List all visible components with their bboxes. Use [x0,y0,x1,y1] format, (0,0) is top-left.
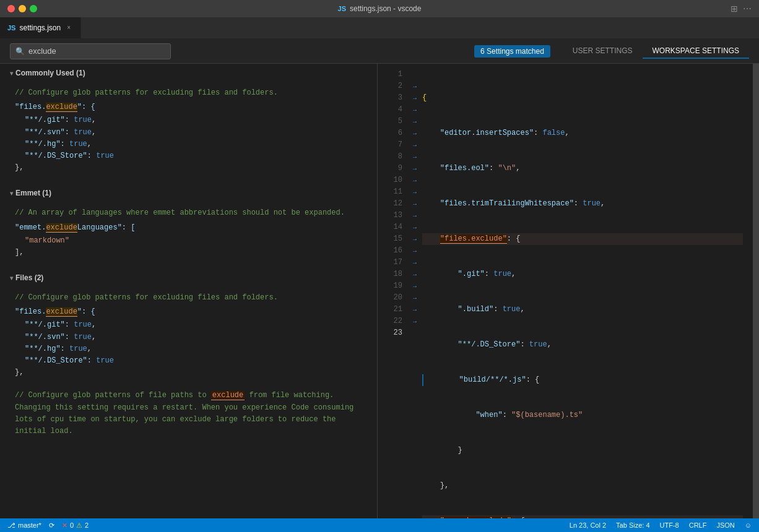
window-title: JS settings.json - vscode [338,4,422,13]
val-git: "**/.git": true, [15,114,367,126]
emmet-bracket-close: ], [15,247,367,259]
user-settings-tab[interactable]: USER SETTINGS [563,44,643,59]
eline-1: { [422,92,743,104]
encoding-label: UTF-8 [660,521,679,529]
arrow-22: → [407,315,422,327]
settings-searchbar: 🔍 6 Settings matched USER SETTINGS WORKS… [0,39,759,64]
section-files-arrow: ▾ [10,275,13,281]
eline-6: ".git": true, [422,268,743,280]
val-dsstore: "**/.DS_Store": true [15,150,367,162]
section-emmet[interactable]: ▾ Emmet (1) [0,184,377,202]
section-emmet-label: Emmet (1) [15,189,51,197]
tab-settings-json[interactable]: JS settings.json × [0,17,81,38]
git-branch[interactable]: ⎇ master* [7,521,41,530]
arrow-19: → [407,280,422,292]
split-editor-icon[interactable]: ⊞ [731,4,738,14]
val-hg: "**/.hg": true, [15,139,367,150]
files-exclude-key-2: "files.exclude": { [15,306,367,318]
arrow-gutter: → → → → → → → → → → → → → → → → → → → → [407,64,422,518]
git-branch-icon: ⎇ [7,521,15,530]
eline-10: "when": "$(basename).ts" [422,410,743,421]
emmet-markdown-val: "markdown" [15,235,367,247]
arrow-2: → [407,80,422,92]
search-box[interactable]: 🔍 [10,43,171,59]
editor-code[interactable]: { "editor.insertSpaces": false, "files.e… [422,64,753,518]
workspace-settings-tab[interactable]: WORKSPACE SETTINGS [643,44,749,59]
section-commonly-used-body: // Configure glob patterns for excluding… [0,82,377,184]
line-num-2: 2 [378,80,402,92]
status-right: Ln 23, Col 2 Tab Size: 4 UTF-8 CRLF JSON… [570,521,752,529]
warning-count: 2 [85,521,89,529]
code-block-emmet: // An array of languages where emmet abb… [15,207,367,259]
eline-9: "build/**/*.js": { [422,374,743,386]
language-indicator[interactable]: JSON [716,521,734,529]
arrow-10: → [407,174,422,186]
arrow-20: → [407,292,422,304]
arrow-23 [407,327,422,339]
more-actions-icon[interactable]: ⋯ [743,4,752,14]
line-num-17: 17 [378,257,402,268]
position-indicator[interactable]: Ln 23, Col 2 [570,521,606,529]
arrow-7: → [407,139,422,151]
files-comment-1: // Configure glob patterns for excluding… [15,292,367,304]
scrollbar-thumb [753,64,759,518]
arrow-4: → [407,104,422,116]
tab-size-indicator[interactable]: Tab Size: 4 [616,521,649,529]
arrow-21: → [407,304,422,315]
titlebar: JS settings.json - vscode ⊞ ⋯ [0,0,759,17]
line-num-15: 15 [378,233,402,245]
tab-size-label: Tab Size: 4 [616,521,649,529]
line-num-1: 1 [378,69,402,80]
line-num-13: 13 [378,210,402,221]
code-block-commonly-used: // Configure glob patterns for excluding… [15,87,367,174]
sync-button[interactable]: ⟳ [49,521,54,530]
section-files-label: Files (2) [15,273,43,282]
eline-12: }, [422,480,743,492]
comment-line: // Configure glob patterns for excluding… [15,87,367,99]
section-arrow: ▾ [10,70,13,77]
arrow-1 [407,69,422,80]
section-files[interactable]: ▾ Files (2) [0,268,377,287]
eline-3: "files.eol": "\n", [422,163,743,174]
eline-4: "files.trimTrailingWhitespace": true, [422,198,743,210]
errors-button[interactable]: ✕ 0 ⚠ 2 [62,521,89,530]
eol-indicator[interactable]: CRLF [689,521,707,529]
section-commonly-used[interactable]: ▾ Commonly Used (1) [0,64,377,82]
eline-8: "**/.DS_Store": true, [422,339,743,351]
code-block-files-2: // Configure glob patterns of file paths… [15,390,367,437]
eline-7: ".build": true, [422,304,743,315]
arrow-15: → [407,233,422,245]
line-num-18: 18 [378,268,402,280]
emmet-comment-line: // An array of languages where emmet abb… [15,207,367,219]
line-num-4: 4 [378,104,402,116]
eline-5: "files.exclude": { [422,233,743,245]
minimize-button[interactable] [19,5,26,12]
line-num-11: 11 [378,186,402,198]
line-num-16: 16 [378,245,402,257]
close-button[interactable] [7,5,15,12]
warning-icon: ⚠ [76,521,82,530]
arrow-8: → [407,151,422,163]
main-content: ▾ Commonly Used (1) // Configure glob pa… [0,64,759,518]
section-emmet-arrow: ▾ [10,190,13,197]
files-exclude-key-1: "files.exclude": { [15,101,367,113]
arrow-5: → [407,116,422,127]
section-files-body: // Configure glob patterns for excluding… [0,287,377,450]
line-num-22: 22 [378,315,402,327]
line-num-20: 20 [378,292,402,304]
sync-icon: ⟳ [49,521,54,530]
error-icon: ✕ [62,521,67,530]
arrow-9: → [407,163,422,174]
line-num-12: 12 [378,198,402,210]
line-num-10: 10 [378,174,402,186]
tab-close-button[interactable]: × [64,24,73,32]
search-input[interactable] [28,46,165,56]
feedback-button[interactable]: ☺ [745,521,752,529]
minimap-scrollbar[interactable] [753,64,759,518]
maximize-button[interactable] [30,5,37,12]
position-label: Ln 23, Col 2 [570,521,606,529]
encoding-indicator[interactable]: UTF-8 [660,521,679,529]
tab-bar: JS settings.json × [0,17,759,39]
json-editor-panel: 1 2 3 4 5 6 7 8 9 10 11 12 13 14 15 16 1… [378,64,759,518]
title-text: settings.json - vscode [350,4,421,13]
